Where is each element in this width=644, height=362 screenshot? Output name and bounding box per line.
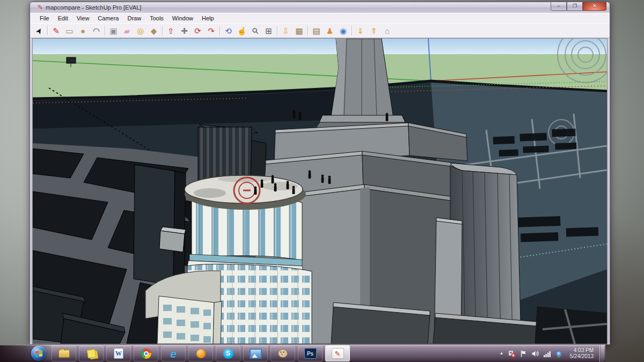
share-component-tool[interactable]: ⌂ (380, 24, 394, 37)
position-camera-tool[interactable]: ♟ (323, 24, 336, 37)
taskbar-photo-viewer[interactable] (243, 345, 268, 361)
get-models-tool[interactable]: ⇓ (354, 24, 367, 37)
taskbar-internet-explorer[interactable]: e (161, 345, 186, 361)
follow-me-tool[interactable]: ↷ (204, 24, 218, 37)
move-tool[interactable]: ✚ (178, 24, 191, 37)
rotate-tool[interactable]: ⟳ (191, 24, 204, 37)
orbit-icon: ⟲ (225, 27, 232, 35)
toolbar-separator (219, 26, 220, 35)
clock-time: 4:03 PM (570, 348, 594, 353)
taskbar-apps: W e S Ps ✎ (52, 345, 350, 361)
push-pull-icon: ⇧ (167, 27, 174, 35)
minimize-button[interactable]: – (551, 2, 567, 11)
helipad (185, 175, 306, 210)
add-location-tool[interactable]: ⇩ (279, 24, 292, 37)
avast-icon (196, 349, 206, 358)
taskbar-word[interactable]: W (106, 345, 131, 361)
close-button[interactable]: ✕ (583, 2, 606, 11)
zoom-extents-tool[interactable]: ⊞ (262, 24, 275, 37)
toolbar-separator (105, 26, 105, 35)
orbit-tool[interactable]: ⟲ (222, 24, 235, 37)
taskbar-chrome[interactable] (134, 345, 158, 361)
menu-item-tools[interactable]: Tools (145, 13, 168, 23)
menu-item-view[interactable]: View (72, 13, 94, 23)
taskbar-sketchup[interactable]: ✎ (325, 345, 350, 361)
arc-tool[interactable]: ◠ (90, 24, 103, 37)
scene-3d-city (33, 39, 607, 344)
menu-item-camera[interactable]: Camera (93, 13, 123, 23)
taskbar-photoshop[interactable]: Ps (298, 345, 323, 361)
minimize-icon: – (557, 4, 560, 9)
viewport-3d[interactable] (32, 38, 608, 344)
network-tray-icon[interactable] (543, 350, 551, 358)
share-model-icon: ⇑ (370, 27, 377, 35)
toolbar-separator (352, 26, 352, 35)
line-tool[interactable]: ✎ (49, 24, 63, 37)
word-icon: W (114, 348, 123, 359)
paint-bucket-tool[interactable]: ◆ (147, 24, 160, 37)
pan-tool[interactable]: ☝ (235, 24, 248, 37)
paint-icon (278, 349, 288, 358)
sync-tray-icon[interactable] (555, 350, 563, 358)
toolbar-separator (277, 26, 277, 35)
show-desktop-button[interactable] (599, 345, 604, 362)
move-icon: ✚ (181, 27, 188, 35)
select-tool[interactable]: ➤ (32, 24, 46, 37)
toggle-terrain-icon: ▦ (295, 27, 303, 35)
eraser-tool[interactable]: ▰ (120, 24, 134, 37)
position-camera-icon: ♟ (326, 27, 333, 35)
share-component-icon: ⌂ (385, 27, 390, 35)
taskbar-skype[interactable]: S (216, 345, 240, 361)
sticky-notes-icon (87, 349, 96, 358)
menu-item-window[interactable]: Window (168, 13, 197, 23)
circle-tool[interactable]: ● (76, 24, 90, 37)
photo-textures-tool[interactable]: ▤ (310, 24, 323, 37)
push-pull-tool[interactable]: ⇧ (164, 24, 178, 37)
zoom-tool[interactable]: ⚲ (248, 24, 262, 37)
line-icon: ✎ (53, 27, 60, 35)
menu-item-edit[interactable]: Edit (54, 13, 72, 23)
volume-tray-icon[interactable] (531, 350, 539, 358)
tape-measure-tool[interactable]: ◎ (134, 24, 147, 37)
start-button[interactable] (31, 346, 46, 361)
window-titlebar[interactable]: ✎ mapcompare - SketchUp Pro [EVAL] – ❐ ✕ (30, 2, 610, 13)
menu-item-help[interactable]: Help (197, 13, 218, 23)
taskbar-sticky-notes[interactable] (79, 345, 104, 361)
taskbar-explorer[interactable] (52, 345, 76, 361)
rectangle-tool[interactable]: ▭ (63, 24, 76, 37)
rotate-icon: ⟳ (194, 27, 201, 35)
action-center-tray-icon[interactable] (519, 350, 528, 358)
sketchup-app-icon: ✎ (38, 4, 43, 11)
arc-icon: ◠ (93, 27, 100, 35)
menu-item-draw[interactable]: Draw (123, 13, 145, 23)
skype-icon: S (223, 349, 233, 359)
google-earth-tool[interactable]: ◉ (336, 24, 350, 37)
pan-icon: ☝ (237, 27, 247, 35)
photo-textures-icon: ▤ (312, 27, 320, 35)
hidden-icons-chevron[interactable]: ▲ (500, 351, 504, 356)
removable-device-tray-icon[interactable] (508, 350, 516, 358)
chrome-icon (141, 349, 151, 359)
share-model-tool[interactable]: ⇑ (367, 24, 380, 37)
rectangle-icon: ▭ (65, 27, 73, 35)
explorer-icon (58, 350, 70, 358)
toolbar-separator (308, 26, 308, 35)
clock[interactable]: 4:03 PM 5/24/2013 (570, 348, 594, 359)
zoom-icon: ⚲ (250, 26, 260, 35)
system-tray: ▲ (500, 345, 604, 362)
menu-item-file[interactable]: File (35, 13, 54, 23)
toolbar-separator (47, 26, 48, 35)
close-icon: ✕ (592, 4, 597, 9)
make-component-tool[interactable]: ▣ (107, 24, 120, 37)
internet-explorer-icon: e (170, 348, 177, 359)
toggle-terrain-tool[interactable]: ▦ (292, 24, 306, 37)
photoshop-icon: Ps (304, 348, 317, 359)
taskbar-paint[interactable] (270, 345, 295, 361)
desktop: ✎ mapcompare - SketchUp Pro [EVAL] – ❐ ✕… (0, 0, 644, 362)
maximize-icon: ❐ (573, 4, 577, 9)
circle-icon: ● (80, 27, 85, 35)
sky (33, 39, 607, 55)
clock-date: 5/24/2013 (570, 353, 594, 359)
taskbar-avast[interactable] (188, 345, 213, 361)
maximize-button[interactable]: ❐ (567, 2, 583, 11)
